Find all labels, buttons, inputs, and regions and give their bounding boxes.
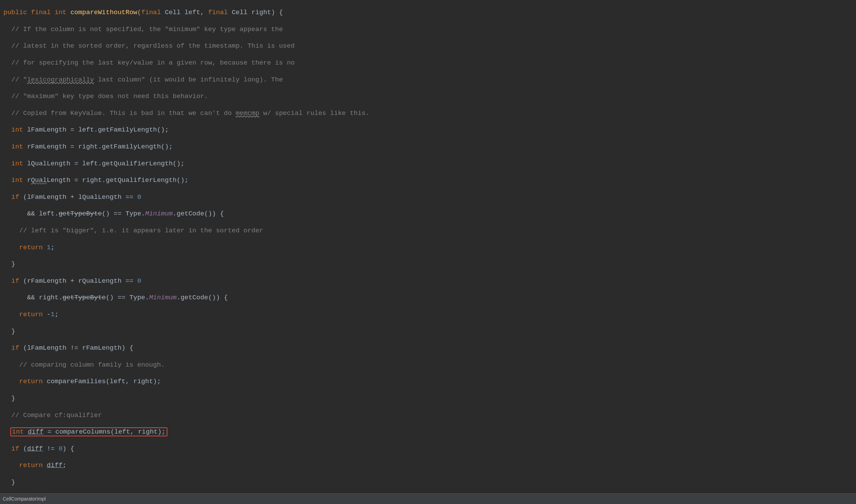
type: Cell [232,9,247,16]
keyword: final [31,9,51,16]
expr: (rFamLength + rQualLength == [19,277,137,285]
breadcrumb-filename[interactable]: CellComparatorImpl [3,496,46,502]
expr: = right.getFamilyLength(); [66,143,173,151]
code-line: int diff = compareColumns(left, right); [3,428,856,436]
code-line: public final int compareWithoutRow(final… [3,8,856,17]
spellcheck-word: Qual [31,176,47,184]
deprecated-method: getTypeByte [62,294,106,301]
code-line: // "maximum" key type does not need this… [3,92,856,100]
keyword: public [3,9,27,16]
keyword: int [11,160,23,167]
expr: () == Type. [102,210,145,217]
code-line: } [3,260,856,268]
brace: } [11,478,15,486]
param: left [185,9,201,16]
expr: compareFamilies(left, right); [43,378,161,385]
keyword: return [19,244,43,251]
code-line: if (diff != 0) { [3,445,856,453]
code-line: return 1; [3,243,856,252]
brace: } [11,260,15,268]
keyword: return [19,462,43,469]
code-line: } [3,327,856,336]
expr: .getCode()) { [177,294,228,301]
code-line: // Copied from KeyValue. This is bad in … [3,109,856,117]
punct: ) { [271,9,283,16]
code-line: int lFamLength = left.getFamilyLength(); [3,126,856,134]
code-line: if (lFamLength != rFamLength) { [3,344,856,352]
keyword: if [11,277,19,285]
enum-value: Minimum [145,210,173,217]
param: right [251,9,271,16]
punct: ( [19,445,27,453]
comment: // Compare cf:qualifier [11,411,102,419]
spellcheck-word: lexicographically [27,76,94,84]
variable: lFamLength [27,126,66,134]
expr: (lFamLength + lQualLength == [19,193,137,201]
code-line: // Compare cf:qualifier [3,411,856,419]
expr: && [27,210,39,217]
keyword: if [11,344,19,352]
code-line: // latest in the sorted order, regardles… [3,42,856,50]
code-line: // left is "bigger", i.e. it appears lat… [3,226,856,235]
keyword: int [12,428,24,436]
comment: // Copied from KeyValue. This is bad in … [11,109,370,117]
variable: diff [47,462,62,469]
expr: = right.getQualifierLength(); [70,176,188,184]
number: 0 [137,193,141,201]
variable: diff [27,445,43,453]
number: 0 [59,445,62,453]
expr: .getCode()) { [173,210,224,217]
keyword: int [11,176,23,184]
keyword: return [19,311,43,318]
code-line: && right.getTypeByte() == Type.Minimum.g… [3,293,856,302]
expr: != [43,445,59,453]
keyword: int [11,126,23,134]
expr: = left.getQualifierLength(); [70,160,185,167]
deprecated-method: getTypeByte [59,210,102,217]
code-line: if (lFamLength + lQualLength == 0 [3,193,856,201]
code-line: } [3,478,856,486]
enum-value: Minimum [149,294,177,301]
comment: // "lexicographically last column" (it w… [11,76,283,84]
code-line: // for specifying the last key/value in … [3,59,856,67]
keyword: int [55,9,66,16]
expr: = left.getFamilyLength(); [66,126,168,134]
variable: rFamLength [27,143,66,151]
comment: // comparing column family is enough. [19,361,165,369]
variable: diff [28,428,43,436]
keyword: final [208,9,228,16]
variable: rQualLength [27,176,70,184]
expr: && [27,294,39,301]
highlighted-region: int diff = compareColumns(left, right); [10,427,167,436]
comment: // for specifying the last key/value in … [11,59,295,67]
method-name: compareWithoutRow [70,9,137,16]
comment: // "maximum" key type does not need this… [11,93,208,100]
expr: left. [39,210,59,217]
punct: ; [62,462,66,469]
code-line: if (rFamLength + rQualLength == 0 [3,277,856,285]
brace: } [11,328,15,335]
number: 0 [137,277,141,285]
expr: () == Type. [106,294,149,301]
type: Cell [165,9,181,16]
comment: // latest in the sorted order, regardles… [11,42,295,50]
spellcheck-word: memcmp [236,109,259,117]
code-line: } [3,394,856,403]
status-bar: CellComparatorImpl [0,493,856,504]
code-line: return -1; [3,310,856,319]
keyword: final [141,9,161,16]
code-line: int lQualLength = left.getQualifierLengt… [3,159,856,168]
code-line: // If the column is not specified, the "… [3,25,856,33]
code-line: return diff; [3,461,856,469]
punct: ; [55,311,58,318]
code-line: && left.getTypeByte() == Type.Minimum.ge… [3,210,856,218]
code-editor[interactable]: public final int compareWithoutRow(final… [0,0,856,504]
code-line: int rFamLength = right.getFamilyLength()… [3,143,856,151]
keyword: if [11,445,19,453]
expr: right. [39,294,62,301]
expr: = compareColumns(left, right); [43,428,165,436]
expr: - [43,311,51,318]
code-line: // comparing column family is enough. [3,361,856,369]
number: 1 [51,311,55,318]
expr: (lFamLength != rFamLength) { [19,344,134,352]
